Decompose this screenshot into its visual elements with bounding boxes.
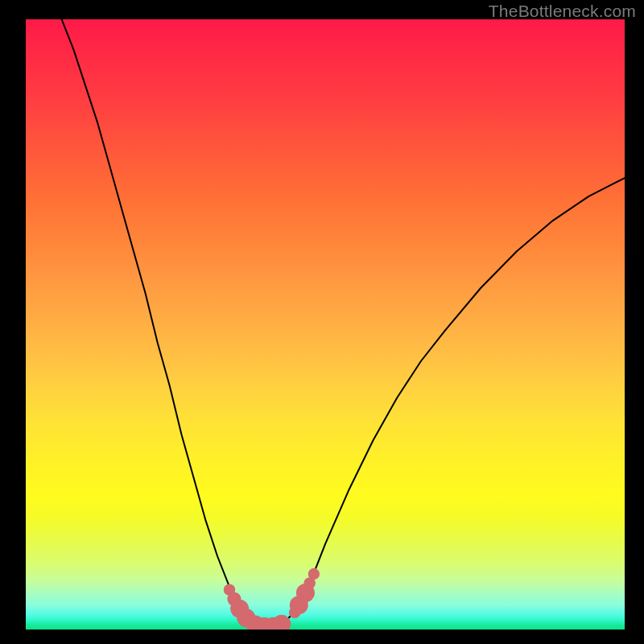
watermark-label: TheBottleneck.com bbox=[489, 2, 636, 21]
curve-marker bbox=[308, 568, 320, 580]
curve-markers bbox=[224, 568, 320, 630]
chart-stage: TheBottleneck.com bbox=[0, 0, 644, 644]
plot-area bbox=[26, 19, 625, 630]
curve-marker bbox=[272, 615, 291, 630]
bottleneck-curve bbox=[62, 19, 625, 626]
chart-svg bbox=[26, 19, 625, 630]
